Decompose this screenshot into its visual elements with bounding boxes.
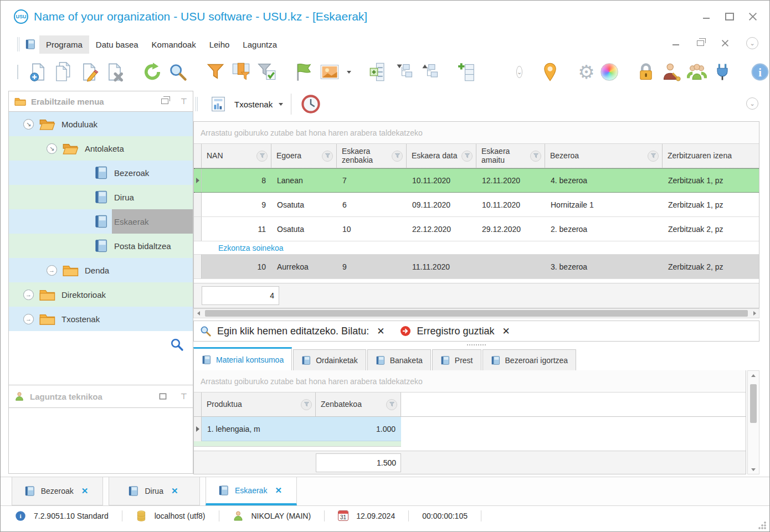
mdi-close-button[interactable] bbox=[721, 40, 729, 47]
filter-by-value-icon[interactable] bbox=[231, 60, 251, 84]
column-header-egoera[interactable]: Egoera bbox=[271, 144, 337, 168]
menu-overflow-icon[interactable]: ⌄ bbox=[746, 37, 758, 49]
support-maximize-icon[interactable] bbox=[159, 393, 166, 399]
refresh-icon[interactable] bbox=[142, 60, 162, 84]
tab-banaketa[interactable]: Banaketa bbox=[367, 349, 431, 370]
tab-ordainketak[interactable]: Ordainketak bbox=[293, 349, 366, 370]
group-by-panel[interactable]: Arrastatu goiburuko zutabe bat hona hare… bbox=[194, 122, 759, 144]
grid-row[interactable]: 9 Osatuta 6 09.11.2020 10.11.2020 Hornit… bbox=[194, 193, 759, 217]
flag-icon[interactable] bbox=[294, 60, 314, 84]
column-header-zenbatekoa[interactable]: Zenbatekoa bbox=[316, 392, 401, 416]
settings-gear-icon[interactable]: ⚙ bbox=[578, 60, 594, 84]
sidebar-item-moduluak[interactable]: ↘ Moduluak bbox=[9, 112, 193, 136]
menu-datu-basea[interactable]: Datu basea bbox=[89, 35, 145, 54]
close-tab-icon[interactable]: ✕ bbox=[169, 486, 181, 496]
user-permissions-icon[interactable] bbox=[661, 60, 681, 84]
report-icon[interactable] bbox=[207, 92, 230, 116]
location-pin-icon[interactable] bbox=[540, 60, 560, 84]
detail-row-focused[interactable]: 1. lehengaia, m 1.000 bbox=[194, 417, 746, 441]
close-tab-icon[interactable]: ✕ bbox=[273, 485, 284, 495]
column-header-produktua[interactable]: Produktua bbox=[202, 392, 316, 416]
plugin-icon[interactable] bbox=[712, 60, 732, 84]
sidebar-item-posta-bidaltzea[interactable]: Posta bidaltzea bbox=[9, 234, 193, 258]
grid-row-inactive[interactable]: 10 Aurrekoa 9 11.11.2020 3. bezeroa Zerb… bbox=[194, 255, 759, 279]
resize-grip[interactable] bbox=[758, 521, 766, 529]
sidebar-item-denda[interactable]: → Denda bbox=[9, 258, 193, 282]
column-filter-icon[interactable] bbox=[256, 151, 268, 162]
column-filter-icon[interactable] bbox=[648, 151, 659, 162]
clear-search-icon[interactable]: ✕ bbox=[374, 326, 387, 337]
collapse-node-icon[interactable]: ↘ bbox=[47, 143, 57, 154]
support-panel-header[interactable]: Laguntza teknikoa ⊤ bbox=[9, 385, 193, 408]
scroll-down-icon[interactable] bbox=[749, 465, 758, 474]
copy-record-icon[interactable] bbox=[54, 60, 74, 84]
sidebar-item-bezeroak[interactable]: Bezeroak bbox=[9, 161, 193, 185]
toolbar-overflow-icon[interactable]: ⌄ bbox=[516, 66, 522, 78]
tree-search-icon[interactable] bbox=[171, 338, 184, 352]
close-tab-icon[interactable]: ✕ bbox=[79, 486, 91, 496]
column-header-eskaera-zenbakia[interactable]: Eskaera zenbakia bbox=[337, 144, 407, 168]
info-icon[interactable]: i bbox=[750, 60, 770, 84]
sidebar-item-antolaketa[interactable]: ↘ Antolaketa bbox=[9, 136, 193, 161]
clock-icon[interactable] bbox=[299, 92, 322, 116]
close-button[interactable] bbox=[748, 13, 757, 20]
detail-group-by-panel[interactable]: Arrastatu goiburuko zutabe bat hona hare… bbox=[194, 370, 746, 392]
delete-record-icon[interactable] bbox=[105, 60, 125, 84]
scrollbar-thumb[interactable] bbox=[205, 310, 748, 317]
menu-komandoak[interactable]: Komandoak bbox=[145, 35, 203, 54]
lock-icon[interactable] bbox=[636, 60, 656, 84]
report-toolbar-grip[interactable] bbox=[196, 97, 198, 111]
edit-record-icon[interactable] bbox=[79, 60, 99, 84]
grid-row[interactable]: 11 Osatuta 10 22.12.2020 29.12.2020 2. b… bbox=[194, 217, 759, 241]
expand-node-icon[interactable]: → bbox=[23, 314, 34, 324]
mdi-restore-button[interactable] bbox=[697, 40, 704, 46]
filter-apply-icon[interactable] bbox=[256, 60, 276, 84]
filter-icon[interactable] bbox=[206, 60, 225, 84]
column-filter-icon[interactable] bbox=[530, 151, 541, 162]
menu-leiho[interactable]: Leiho bbox=[203, 35, 237, 54]
toolbar-grip-2[interactable] bbox=[17, 65, 18, 79]
expand-node-icon[interactable] bbox=[369, 60, 389, 84]
collapse-node-icon[interactable]: ↘ bbox=[23, 119, 34, 130]
add-field-icon[interactable] bbox=[458, 60, 478, 84]
column-header-eskaera-data[interactable]: Eskaera data bbox=[407, 144, 476, 168]
image-dropdown-arrow-icon[interactable] bbox=[347, 71, 351, 74]
scrollbar-thumb[interactable] bbox=[750, 384, 757, 423]
scroll-left-icon[interactable] bbox=[194, 309, 203, 318]
panel-splitter[interactable] bbox=[193, 343, 759, 347]
expand-all-icon[interactable] bbox=[394, 60, 414, 84]
grid-row-focused[interactable]: 8 Lanean 7 10.11.2020 12.11.2020 4. beze… bbox=[194, 168, 759, 193]
scroll-right-icon[interactable] bbox=[750, 309, 759, 318]
report-toolbar-overflow-icon[interactable]: ⌄ bbox=[746, 97, 758, 110]
new-record-icon[interactable] bbox=[28, 60, 48, 84]
search-icon[interactable] bbox=[168, 60, 188, 84]
new-row-strip[interactable] bbox=[194, 441, 401, 447]
tab-prest[interactable]: Prest bbox=[432, 349, 481, 370]
sidebar-item-txostenak[interactable]: → Txostenak bbox=[9, 307, 193, 331]
column-header-bezeroa[interactable]: Bezeroa bbox=[545, 144, 663, 168]
clear-filter-icon[interactable]: ✕ bbox=[500, 326, 512, 337]
support-pin-icon[interactable]: ⊤ bbox=[181, 392, 187, 401]
column-filter-icon[interactable] bbox=[461, 151, 473, 162]
expand-node-icon[interactable]: → bbox=[23, 290, 34, 300]
users-group-icon[interactable] bbox=[687, 60, 707, 84]
maximize-button[interactable] bbox=[725, 13, 734, 20]
color-scheme-icon[interactable] bbox=[600, 60, 618, 84]
sidebar-item-eskaerak[interactable]: Eskaerak bbox=[9, 209, 193, 234]
minimize-button[interactable] bbox=[702, 13, 711, 20]
expand-node-icon[interactable]: → bbox=[47, 265, 57, 276]
tab-material-kontsumoa[interactable]: Material kontsumoa bbox=[193, 347, 292, 370]
column-header-zerbitzuaren-izena[interactable]: Zerbitzuaren izena bbox=[663, 144, 759, 168]
column-filter-icon[interactable] bbox=[322, 151, 333, 162]
column-filter-icon[interactable] bbox=[301, 399, 312, 410]
doctab-bezeroak[interactable]: Bezeroak ✕ bbox=[12, 477, 103, 505]
sidebar-item-direktorioak[interactable]: → Direktorioak bbox=[9, 282, 193, 307]
collapse-all-icon[interactable] bbox=[420, 60, 440, 84]
toolbar-grip[interactable] bbox=[17, 37, 19, 51]
column-header-eskaera-amaitu[interactable]: Eskaera amaitu bbox=[476, 144, 545, 168]
sidebar-item-dirua[interactable]: Dirua bbox=[9, 185, 193, 209]
scroll-up-icon[interactable] bbox=[749, 371, 758, 380]
sidebar-restore-icon[interactable] bbox=[161, 99, 168, 104]
preview-link[interactable]: Ezkontza soinekoa bbox=[218, 244, 284, 252]
grid-horizontal-scrollbar[interactable] bbox=[193, 308, 759, 318]
